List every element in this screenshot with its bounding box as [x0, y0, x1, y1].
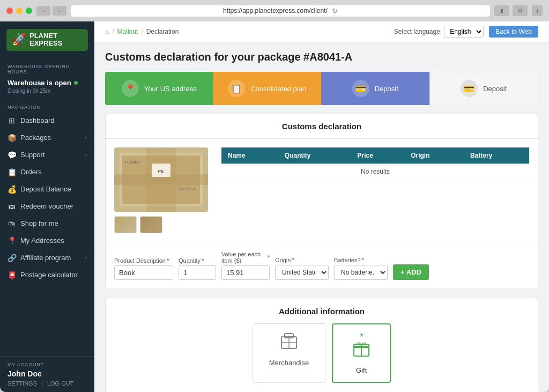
add-item-button[interactable]: + ADD	[393, 264, 429, 280]
refresh-icon[interactable]: ↻	[332, 7, 338, 15]
value-label: Value per each item ($) *	[221, 251, 270, 264]
chevron-right-icon: ›	[85, 135, 87, 140]
origin-label: Origin *	[275, 257, 329, 263]
tab-consolidated[interactable]: 📋 Consolidated plan	[213, 72, 322, 105]
chevron-right-icon: ›	[85, 152, 87, 158]
value-input[interactable]	[221, 265, 270, 280]
language-selector: Select language: English	[394, 26, 484, 38]
warehouse-status: Warehouse is open	[8, 79, 87, 87]
account-links: SETTINGS | LOG OUT	[8, 380, 87, 387]
deposit-icon: 💰	[8, 185, 16, 194]
sidebar-item-shop[interactable]: 🛍 Shop for me	[0, 215, 94, 232]
type-options: Merchandise ★	[116, 323, 527, 383]
sidebar-item-postage[interactable]: 📮 Postage calculator	[0, 267, 94, 284]
browser-titlebar: ‹ › https://app.planetexpress.com/client…	[0, 0, 549, 21]
merchandise-icon	[279, 331, 299, 354]
required-marker: *	[362, 257, 364, 263]
language-dropdown[interactable]: English	[444, 26, 484, 38]
sidebar-item-label: Deposit Balance	[20, 185, 71, 193]
sidebar-item-affiliate[interactable]: 🔗 Affiliate program ›	[0, 249, 94, 267]
thumbnails	[114, 216, 211, 233]
additional-title: Additional information	[116, 307, 527, 316]
tab-us-address[interactable]: 📍 Your US address	[105, 72, 213, 105]
gift-option[interactable]: ★ Gift	[332, 323, 391, 383]
sidebar-item-label: Shop for me	[20, 219, 58, 227]
tab-deposit-label: Deposit	[375, 85, 398, 93]
gift-label: Gift	[356, 366, 367, 374]
tab-consolidated-label: Consolidated plan	[250, 85, 306, 93]
sidebar-item-packages[interactable]: 📦 Packages ›	[0, 129, 94, 146]
sidebar-item-redeem[interactable]: 🎟 Redeem voucher	[0, 198, 94, 215]
status-dot-icon	[74, 81, 78, 85]
sidebar-item-label: My Addresses	[20, 236, 64, 245]
maximize-button[interactable]	[26, 8, 32, 14]
logout-link[interactable]: LOG OUT	[47, 380, 74, 387]
svg-rect-4	[146, 147, 176, 212]
forward-nav-button[interactable]: ›	[53, 6, 66, 16]
account-section-title: MY ACCOUNT	[8, 362, 87, 367]
sidebar-item-orders[interactable]: 📋 Orders	[0, 164, 94, 181]
sidebar-item-label: Affiliate program	[20, 254, 71, 262]
settings-link[interactable]: SETTINGS	[8, 380, 37, 387]
batteries-field-group: Batteries? * No batterie... With batteri…	[334, 257, 388, 280]
customs-form: Product Description * Quantity *	[106, 242, 538, 289]
thumbnail-2[interactable]	[140, 216, 162, 233]
affiliate-icon: 🔗	[8, 254, 16, 262]
back-to-web-button[interactable]: Back to Web	[489, 26, 538, 38]
voucher-icon: 🎟	[8, 202, 16, 211]
declaration-body: PE PLANET EXPRESS	[106, 139, 538, 242]
required-marker: *	[167, 257, 169, 264]
product-input[interactable]	[114, 265, 173, 280]
close-button[interactable]	[6, 8, 13, 14]
col-quantity: Quantity	[278, 147, 351, 164]
col-battery: Battery	[464, 147, 529, 164]
breadcrumb-mailout-link[interactable]: Mailout	[117, 28, 138, 35]
thumbnail-1[interactable]	[114, 216, 137, 233]
minimize-button[interactable]	[16, 8, 23, 14]
account-section: MY ACCOUNT John Doe SETTINGS | LOG OUT	[0, 356, 94, 392]
new-tab-button[interactable]: ⧉	[513, 5, 528, 16]
location-icon: 📍	[8, 236, 16, 245]
product-label: Product Description *	[114, 257, 173, 264]
merchandise-option[interactable]: Merchandise	[253, 323, 325, 383]
quantity-label: Quantity *	[179, 257, 216, 264]
sidebar-item-deposit-balance[interactable]: 💰 Deposit Balance	[0, 181, 94, 198]
main-content: ⌂ / Mailout / Declaration Select languag…	[94, 21, 549, 392]
quantity-input[interactable]	[179, 265, 216, 280]
add-tab-button[interactable]: +	[532, 5, 543, 16]
browser-window: ‹ › https://app.planetexpress.com/client…	[0, 0, 549, 392]
batteries-label: Batteries? *	[334, 257, 388, 263]
origin-select[interactable]: United States China Germany UK	[275, 265, 329, 280]
sidebar-item-label: Orders	[20, 168, 42, 176]
sidebar-item-label: Packages	[20, 134, 51, 142]
tab-deposit2-icon: 💳	[461, 80, 478, 97]
browser-nav: ‹ ›	[36, 6, 66, 16]
language-label: Select language:	[394, 28, 442, 35]
origin-field-group: Origin * United States China Germany UK	[275, 257, 329, 280]
breadcrumb-current: Declaration	[146, 28, 179, 35]
sidebar-item-label: Redeem voucher	[20, 202, 73, 210]
tab-us-address-icon: 📍	[122, 80, 139, 97]
url-text: https://app.planetexpress.com/client/	[223, 7, 328, 14]
tab-deposit-blue[interactable]: 💳 Deposit	[321, 72, 429, 105]
logo-area: 🚀 PLANET EXPRESS	[0, 21, 94, 58]
window-controls	[6, 8, 32, 14]
sidebar-item-addresses[interactable]: 📍 My Addresses	[0, 232, 94, 249]
share-button[interactable]: ⬆	[494, 5, 509, 16]
package-images: PE PLANET EXPRESS	[114, 147, 211, 233]
warehouse-info: Warehouse is open Closing in 3h 25m	[0, 77, 94, 99]
url-bar[interactable]: https://app.planetexpress.com/client/ ↻	[71, 5, 490, 17]
tab-deposit-light[interactable]: 💳 Deposit	[429, 72, 539, 105]
svg-text:PLANET: PLANET	[125, 160, 140, 164]
sidebar-item-dashboard[interactable]: ⊞ Dashboard	[0, 112, 94, 129]
support-icon: 💬	[8, 151, 16, 159]
declaration-right: Name Quantity Price Origin Battery	[221, 147, 529, 233]
back-nav-button[interactable]: ‹	[36, 6, 50, 16]
sidebar-item-support[interactable]: 💬 Support ›	[0, 146, 94, 164]
logo-rocket-icon: 🚀	[12, 33, 26, 47]
postage-icon: 📮	[8, 271, 16, 279]
quantity-field-group: Quantity *	[179, 257, 216, 280]
breadcrumb-home-icon[interactable]: ⌂	[105, 28, 109, 35]
shop-icon: 🛍	[8, 219, 16, 228]
batteries-select[interactable]: No batterie... With batteries	[334, 265, 388, 280]
